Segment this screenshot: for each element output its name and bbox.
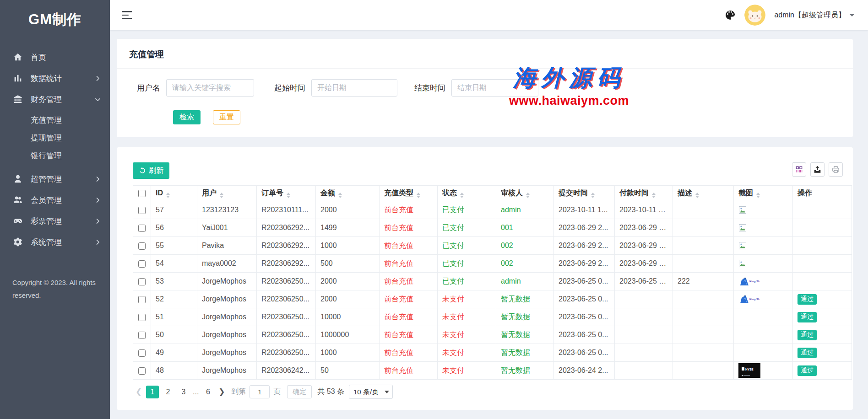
cell-auditor: 001 bbox=[496, 219, 554, 237]
user-menu[interactable]: admin【超级管理员】 bbox=[774, 11, 854, 20]
sort-icon[interactable] bbox=[287, 193, 290, 198]
row-checkbox[interactable] bbox=[138, 314, 146, 321]
cell-submit-time: 2023-06-25 0... bbox=[554, 326, 615, 344]
cell-amount: 1000 bbox=[316, 237, 380, 255]
sort-icon[interactable] bbox=[756, 193, 760, 198]
sidebar-item-label: 数据统计 bbox=[31, 73, 62, 84]
page-unit-label: 页 bbox=[273, 387, 281, 397]
column-header[interactable]: 用户 bbox=[197, 186, 257, 201]
search-button[interactable]: 检索 bbox=[173, 110, 201, 124]
page-button-2[interactable]: 2 bbox=[162, 386, 174, 398]
row-checkbox[interactable] bbox=[138, 296, 146, 303]
screenshot-thumbnail[interactable]: King Shop bbox=[738, 276, 760, 287]
cell-user: 123123123 bbox=[197, 201, 257, 219]
cell-type: 前台充值 bbox=[380, 201, 438, 219]
cell-submit-time: 2023-06-29 2... bbox=[554, 255, 615, 273]
total-count-label: 共 53 条 bbox=[317, 387, 344, 397]
next-page-button[interactable]: ❯ bbox=[216, 387, 228, 397]
columns-icon[interactable] bbox=[792, 162, 806, 177]
cell-type: 前台充值 bbox=[380, 308, 438, 326]
column-header[interactable]: 截图 bbox=[734, 186, 793, 201]
column-header[interactable]: ID bbox=[151, 186, 197, 201]
row-checkbox[interactable] bbox=[138, 207, 146, 214]
row-checkbox[interactable] bbox=[138, 367, 146, 375]
sidebar-subitem-bank[interactable]: 银行管理 bbox=[0, 147, 110, 165]
palette-icon[interactable] bbox=[725, 10, 736, 21]
cell-type: 前台充值 bbox=[380, 237, 438, 255]
row-checkbox[interactable] bbox=[138, 278, 146, 285]
column-header[interactable]: 订单号 bbox=[257, 186, 316, 201]
username-input[interactable] bbox=[166, 79, 254, 97]
end-date-input[interactable] bbox=[451, 79, 538, 97]
cell-submit-time: 2023-06-25 0... bbox=[554, 344, 615, 362]
approve-button[interactable]: 通过 bbox=[797, 330, 817, 340]
page-size-select[interactable]: 10 条/页 bbox=[349, 385, 393, 399]
column-header[interactable]: 状态 bbox=[438, 186, 496, 201]
sidebar-item-home[interactable]: 首页 bbox=[0, 47, 110, 68]
cell-pay-time: 2023-06-29 2... bbox=[615, 237, 673, 255]
approve-button[interactable]: 通过 bbox=[797, 294, 817, 305]
approve-button[interactable]: 通过 bbox=[797, 312, 817, 322]
start-time-label: 起始时间 bbox=[274, 83, 305, 93]
row-checkbox[interactable] bbox=[138, 349, 146, 357]
refresh-button[interactable]: 刷新 bbox=[133, 162, 169, 179]
refresh-icon bbox=[139, 167, 146, 174]
print-icon[interactable] bbox=[829, 162, 843, 177]
table-row: 51JorgeMophosR202306250...10000前台充值未支付暂无… bbox=[133, 308, 852, 326]
cell-amount: 500 bbox=[316, 255, 380, 273]
sort-icon[interactable] bbox=[338, 193, 342, 198]
cell-auditor: 暂无数据 bbox=[496, 326, 554, 344]
row-checkbox[interactable] bbox=[138, 242, 146, 250]
column-header[interactable]: 审核人 bbox=[496, 186, 554, 201]
row-checkbox[interactable] bbox=[138, 332, 146, 339]
sort-icon[interactable] bbox=[695, 193, 699, 198]
sort-icon[interactable] bbox=[526, 193, 530, 198]
sort-icon[interactable] bbox=[652, 193, 656, 198]
approve-button[interactable]: 通过 bbox=[797, 348, 817, 358]
sort-icon[interactable] bbox=[220, 193, 223, 198]
column-header[interactable]: 充值类型 bbox=[380, 186, 438, 201]
cell-type: 前台充值 bbox=[380, 362, 438, 380]
column-header[interactable]: 付款时间 bbox=[615, 186, 673, 201]
row-checkbox[interactable] bbox=[138, 260, 146, 268]
sidebar-item-system[interactable]: 系统管理 bbox=[0, 231, 110, 252]
sidebar-item-member[interactable]: 会员管理 bbox=[0, 189, 110, 210]
sidebar-subitem-recharge[interactable]: 充值管理 bbox=[0, 111, 110, 129]
sort-icon[interactable] bbox=[417, 193, 420, 198]
row-checkbox[interactable] bbox=[138, 225, 146, 232]
cell-auditor: 002 bbox=[496, 237, 554, 255]
cell-status: 未支付 bbox=[438, 362, 496, 380]
sidebar-item-superadmin[interactable]: 超管管理 bbox=[0, 168, 110, 189]
sidebar-subitem-withdraw[interactable]: 提现管理 bbox=[0, 129, 110, 147]
chevron-right-icon bbox=[95, 75, 101, 81]
select-all-checkbox[interactable] bbox=[138, 190, 146, 197]
sidebar-item-stats[interactable]: 数据统计 bbox=[0, 68, 110, 89]
export-icon[interactable] bbox=[810, 162, 825, 177]
start-date-input[interactable] bbox=[311, 79, 397, 97]
page-button-1[interactable]: 1 bbox=[146, 386, 159, 398]
column-header[interactable]: 描述 bbox=[673, 186, 734, 201]
cell-auditor: 暂无数据 bbox=[496, 362, 554, 380]
prev-page-button[interactable]: ❮ bbox=[133, 387, 145, 397]
goto-page-input[interactable] bbox=[250, 385, 270, 398]
cell-amount: 2000 bbox=[316, 290, 380, 308]
reset-button[interactable]: 重置 bbox=[213, 110, 240, 124]
column-header[interactable]: 金额 bbox=[316, 186, 380, 201]
column-header[interactable]: 提交时间 bbox=[554, 186, 615, 201]
avatar[interactable] bbox=[744, 5, 765, 26]
sort-icon[interactable] bbox=[591, 193, 595, 198]
app-logo: GM制作 bbox=[0, 0, 110, 40]
chevron-down-icon bbox=[95, 97, 101, 102]
goto-confirm-button[interactable]: 确定 bbox=[287, 385, 312, 398]
menu-icon[interactable] bbox=[122, 11, 132, 19]
sort-icon[interactable] bbox=[166, 193, 170, 198]
approve-button[interactable]: 通过 bbox=[797, 365, 817, 376]
sidebar-item-lottery[interactable]: 彩票管理 bbox=[0, 210, 110, 231]
page-button-6[interactable]: 6 bbox=[201, 386, 214, 398]
table-row: 56YaiJ001R202306292...1499前台充值已支付0012023… bbox=[133, 219, 852, 237]
screenshot-thumbnail[interactable]: NYSE bbox=[738, 363, 760, 378]
screenshot-thumbnail[interactable]: King Shop bbox=[738, 294, 760, 305]
page-button-3[interactable]: 3 bbox=[177, 386, 190, 398]
sort-icon[interactable] bbox=[460, 193, 464, 198]
sidebar-item-finance[interactable]: 财务管理 bbox=[0, 89, 110, 110]
